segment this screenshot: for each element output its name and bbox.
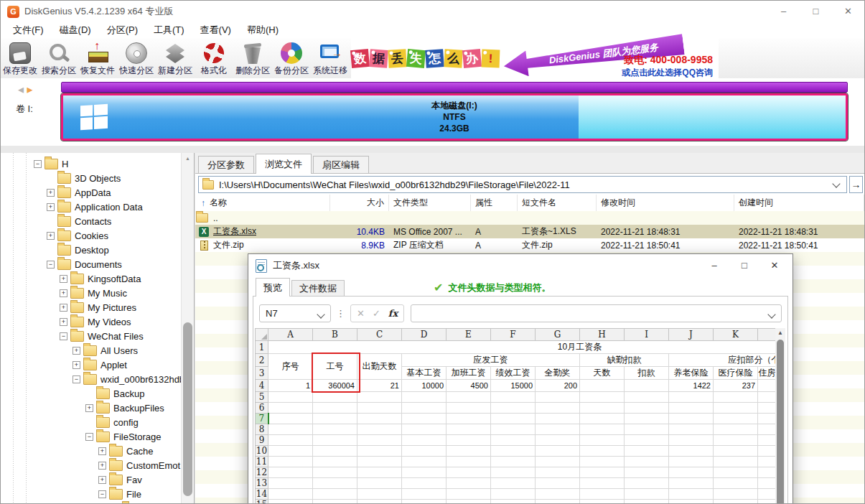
cell[interactable]: [446, 403, 491, 414]
tree-expander-plus-icon[interactable]: +: [73, 347, 80, 355]
cell[interactable]: [669, 424, 714, 435]
cell[interactable]: [357, 424, 402, 435]
cell[interactable]: [268, 446, 313, 457]
cell[interactable]: [446, 500, 491, 504]
cell[interactable]: [758, 500, 776, 504]
cell[interactable]: [758, 478, 776, 489]
tree-item-Cache[interactable]: +Cache: [1, 444, 181, 458]
cell[interactable]: [268, 489, 313, 500]
row-number-5[interactable]: 5: [256, 392, 268, 403]
cell[interactable]: [313, 446, 357, 457]
cell[interactable]: [625, 403, 669, 414]
tree-item-My Videos[interactable]: +My Videos: [1, 314, 181, 329]
table-row[interactable]: 工资条.xlsx10.4KBMS Office 2007 ...A工资条~1.X…: [195, 225, 864, 238]
cell[interactable]: [625, 500, 669, 504]
cell[interactable]: 1: [268, 380, 313, 392]
scroll-up-icon[interactable]: ▲: [775, 328, 785, 338]
ad-qq-link[interactable]: 或点击此处选择QQ咨询: [622, 67, 713, 79]
column-letter-L[interactable]: L: [758, 329, 776, 341]
cell[interactable]: [669, 467, 714, 478]
tree-item-Documents[interactable]: −Documents: [1, 257, 181, 271]
cell[interactable]: [446, 424, 491, 435]
cell[interactable]: [268, 457, 313, 467]
menu-item-2[interactable]: 分区(P): [99, 24, 146, 37]
tree-item-My Pictures[interactable]: +My Pictures: [1, 300, 181, 314]
cell[interactable]: [625, 414, 669, 424]
cell[interactable]: [669, 446, 714, 457]
cell[interactable]: [536, 467, 580, 478]
header-cell[interactable]: 应发工资: [402, 354, 580, 367]
cell[interactable]: [536, 403, 580, 414]
cell[interactable]: [357, 392, 402, 403]
header-cell[interactable]: 出勤天数: [357, 354, 402, 380]
tree-item-CustomEmot[interactable]: +CustomEmot: [1, 458, 181, 472]
formula-input[interactable]: [411, 304, 782, 322]
tree-expander-plus-icon[interactable]: +: [60, 275, 67, 283]
cell[interactable]: [446, 435, 491, 446]
column-header-6[interactable]: 创建时间: [734, 195, 864, 211]
cell[interactable]: [536, 489, 580, 500]
cell[interactable]: [669, 435, 714, 446]
cell[interactable]: [669, 478, 714, 489]
cell-title[interactable]: 10月工资条: [268, 341, 776, 354]
cell[interactable]: [268, 500, 313, 504]
cell[interactable]: [357, 446, 402, 457]
cell[interactable]: [268, 424, 313, 435]
tree-item-BackupFiles[interactable]: +BackupFiles: [1, 401, 181, 415]
cell[interactable]: [580, 500, 625, 504]
scroll-up-icon[interactable]: ▲: [182, 153, 194, 164]
row-number-3[interactable]: 3: [256, 367, 268, 380]
row-number-1[interactable]: 1: [256, 341, 268, 354]
cell[interactable]: 237: [714, 380, 758, 392]
tree-expander-plus-icon[interactable]: +: [60, 289, 67, 297]
chevron-down-icon[interactable]: [832, 179, 840, 187]
cell[interactable]: [580, 380, 625, 392]
cell[interactable]: [580, 424, 625, 435]
cell[interactable]: [313, 414, 357, 424]
toolbar-button-system-migration[interactable]: 系统迁移: [311, 38, 350, 78]
prev-volume-icon[interactable]: ◂: [18, 83, 24, 95]
tree-item-partial[interactable]: [1, 501, 181, 503]
row-number-9[interactable]: 9: [256, 435, 268, 446]
tree-expander-plus-icon[interactable]: +: [47, 203, 55, 211]
cell[interactable]: [402, 489, 446, 500]
cell[interactable]: [536, 414, 580, 424]
column-header-1[interactable]: 大小: [330, 195, 389, 211]
cell[interactable]: [446, 467, 491, 478]
tree-expander-plus-icon[interactable]: +: [60, 318, 67, 326]
cell[interactable]: [536, 457, 580, 467]
cell[interactable]: [491, 457, 536, 467]
cell[interactable]: [446, 478, 491, 489]
column-letter-A[interactable]: A: [268, 329, 313, 341]
header-cell[interactable]: 养老保险: [669, 367, 714, 380]
menu-item-0[interactable]: 文件(F): [5, 24, 52, 37]
tree-expander-minus-icon[interactable]: −: [34, 160, 42, 168]
column-header-2[interactable]: 文件类型: [389, 195, 471, 211]
tree-scrollbar[interactable]: ▲: [181, 153, 194, 503]
toolbar-button-quick-partition[interactable]: 快速分区: [117, 38, 156, 78]
column-letter-E[interactable]: E: [446, 329, 491, 341]
tree-item-File[interactable]: −File: [1, 487, 181, 501]
cell[interactable]: [402, 392, 446, 403]
row-number-15[interactable]: 15: [256, 500, 268, 504]
cell[interactable]: 15000: [491, 380, 536, 392]
formula-button-fx[interactable]: fx: [388, 308, 398, 319]
cell[interactable]: [536, 392, 580, 403]
cell[interactable]: [402, 414, 446, 424]
tree-item-config[interactable]: config: [1, 415, 181, 429]
toolbar-button-delete-partition[interactable]: 删除分区: [233, 38, 272, 78]
cell[interactable]: [758, 489, 776, 500]
cell[interactable]: [714, 414, 758, 424]
tree-expander-minus-icon[interactable]: −: [85, 433, 93, 441]
cell[interactable]: [758, 392, 776, 403]
cell-name-box[interactable]: N7: [259, 304, 331, 322]
cell[interactable]: [446, 489, 491, 500]
cell[interactable]: [491, 500, 536, 504]
cell[interactable]: [313, 424, 357, 435]
table-row[interactable]: ..: [195, 211, 864, 225]
cell[interactable]: [536, 478, 580, 489]
tree-expander-plus-icon[interactable]: +: [47, 189, 55, 197]
cell[interactable]: [357, 435, 402, 446]
cell[interactable]: [669, 403, 714, 414]
cell[interactable]: [580, 446, 625, 457]
